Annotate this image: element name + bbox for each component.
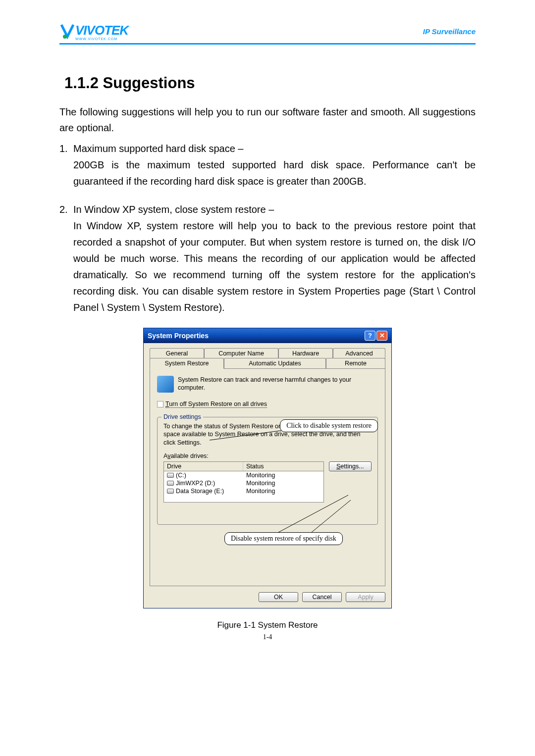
col-status: Status <box>243 462 323 471</box>
drive-name: (C:) <box>176 472 186 479</box>
list-item-1: 1.Maximum supported hard disk space – 20… <box>59 141 476 190</box>
table-row[interactable]: JimWXP2 (D:) Monitoring <box>164 479 323 487</box>
drive-name: Data Storage (E:) <box>176 488 224 495</box>
callout-disable-all: Click to disable system restore <box>280 419 378 432</box>
disk-icon <box>167 489 174 494</box>
tab-system-restore[interactable]: System Restore <box>150 358 224 369</box>
svg-point-0 <box>63 35 67 39</box>
table-row[interactable]: (C:) Monitoring <box>164 471 323 479</box>
drive-status: Monitoring <box>246 472 321 479</box>
list-body: In Window XP, system restore will help y… <box>59 218 476 316</box>
callout-disable-specific: Disable system restore of specify disk <box>224 532 343 545</box>
system-restore-desc-text: System Restore can track and reverse har… <box>178 376 351 391</box>
apply-button[interactable]: Apply <box>346 592 385 602</box>
tab-row-2: System Restore Automatic Updates Remote <box>150 358 385 368</box>
list-title: Maximum supported hard disk space – <box>73 143 244 154</box>
dialog-button-row: OK Cancel Apply <box>150 592 385 602</box>
dialog-title-text: System Properties <box>148 332 209 340</box>
svg-line-1 <box>210 430 284 440</box>
logo-text: VIVOTEK <box>75 23 128 38</box>
section-heading: 1.1.2 Suggestions <box>59 74 476 92</box>
tab-content: System Restore can track and reverse har… <box>150 368 385 586</box>
system-restore-description: System Restore can track and reverse har… <box>157 376 378 394</box>
page-header: VIVOTEK WWW.VIVOTEK.COM IP Surveillance <box>59 20 476 45</box>
system-properties-dialog: System Properties ? ✕ General Computer N… <box>143 328 392 608</box>
list-title: In Window XP system, close system restor… <box>73 204 274 215</box>
turnoff-label: urn off System Restore on all drives <box>169 401 267 407</box>
cancel-button[interactable]: Cancel <box>302 592 342 602</box>
ok-button[interactable]: OK <box>259 592 298 602</box>
dialog-titlebar[interactable]: System Properties ? ✕ <box>144 328 391 343</box>
turnoff-checkbox[interactable] <box>157 401 163 407</box>
intro-paragraph: The following suggestions will help you … <box>59 104 476 136</box>
close-button[interactable]: ✕ <box>376 331 387 341</box>
drive-status: Monitoring <box>246 480 321 487</box>
tab-automatic-updates[interactable]: Automatic Updates <box>224 358 326 368</box>
list-item-2: 2.In Window XP system, close system rest… <box>59 202 476 316</box>
header-right: IP Surveillance <box>423 27 476 36</box>
tab-remote[interactable]: Remote <box>326 358 385 368</box>
disk-icon <box>167 481 174 486</box>
logo-icon <box>59 22 75 42</box>
drives-table-head: Drive Status <box>164 462 323 471</box>
fieldset-legend: Drive settings <box>161 413 203 420</box>
available-drives-label: Available drives: <box>163 453 372 459</box>
list-num: 1. <box>59 141 73 157</box>
help-button[interactable]: ? <box>365 331 375 341</box>
tab-general[interactable]: General <box>150 348 204 358</box>
col-drive: Drive <box>164 462 243 471</box>
tab-advanced[interactable]: Advanced <box>333 348 385 358</box>
settings-button[interactable]: Settings... <box>329 461 372 471</box>
turnoff-checkbox-row[interactable]: Turn off System Restore on all drives <box>157 401 378 408</box>
list-num: 2. <box>59 202 73 218</box>
tab-hardware[interactable]: Hardware <box>278 348 333 358</box>
logo: VIVOTEK WWW.VIVOTEK.COM <box>59 22 128 42</box>
list-body: 200GB is the maximum tested supported ha… <box>59 157 476 190</box>
disk-icon <box>167 473 174 478</box>
tab-row-1: General Computer Name Hardware Advanced <box>150 348 385 358</box>
drive-name: JimWXP2 (D:) <box>176 480 215 487</box>
svg-line-2 <box>274 495 348 535</box>
page-number: 1-4 <box>59 633 476 641</box>
figure-caption: Figure 1-1 System Restore <box>59 620 476 630</box>
system-restore-icon <box>157 376 174 393</box>
tab-computer-name[interactable]: Computer Name <box>204 348 278 358</box>
